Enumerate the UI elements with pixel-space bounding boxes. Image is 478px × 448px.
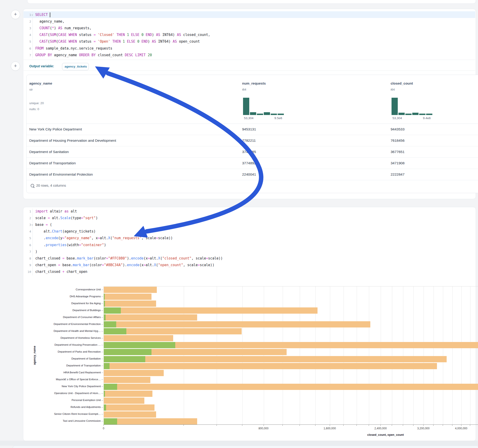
code-line: chart_open = base.mark_bar(color="#8BC34… bbox=[35, 262, 214, 268]
bar-closed_count[interactable] bbox=[104, 300, 156, 307]
x-axis-title: closed_count, open_count bbox=[367, 433, 404, 436]
bar-closed_count[interactable] bbox=[104, 418, 197, 424]
bar-open_count[interactable] bbox=[104, 418, 117, 424]
code-token: ). bbox=[123, 263, 127, 267]
code-token: = bbox=[148, 256, 150, 260]
code-token: encode bbox=[131, 256, 143, 260]
code-token: chart_closed bbox=[35, 256, 62, 260]
search-icon[interactable] bbox=[31, 184, 34, 187]
x-axis-tick bbox=[423, 425, 424, 426]
code-token: , x bbox=[92, 236, 98, 240]
bar-closed_count[interactable] bbox=[104, 398, 144, 404]
bar-closed_count[interactable] bbox=[104, 363, 437, 369]
x-axis-tick bbox=[283, 425, 283, 426]
line-number: 3 bbox=[23, 221, 31, 228]
x-axis-tick bbox=[183, 425, 184, 426]
code-token bbox=[144, 33, 146, 37]
code-token: ) bbox=[54, 26, 58, 30]
bar-closed_count[interactable] bbox=[104, 321, 370, 328]
code-token: chart_open bbox=[64, 270, 87, 274]
code-token bbox=[133, 53, 135, 57]
bar-open_count[interactable] bbox=[104, 349, 151, 355]
bar-open_count[interactable] bbox=[104, 356, 145, 362]
bar-closed_count[interactable] bbox=[104, 404, 155, 411]
code-token: THEN bbox=[112, 39, 121, 44]
x-axis-tick bbox=[242, 425, 242, 426]
bar-open_count[interactable] bbox=[104, 314, 106, 321]
bar-closed_count[interactable] bbox=[104, 370, 164, 376]
code-token: ( bbox=[50, 26, 52, 30]
output-variable-pill[interactable]: agency_tickets bbox=[62, 63, 89, 70]
y-axis-label: Department of Health and Mental Hyg… bbox=[30, 330, 101, 332]
table-row[interactable]: New York City Police Department945313194… bbox=[26, 124, 478, 135]
x-axis-tick bbox=[392, 425, 392, 426]
bar-open_count[interactable] bbox=[104, 342, 175, 348]
code-token: CASE bbox=[58, 33, 66, 37]
code-line: GROUP BY agency_name ORDER BY closed_cou… bbox=[35, 52, 152, 59]
bar-open_count[interactable] bbox=[104, 321, 116, 328]
bar-closed_count[interactable] bbox=[104, 356, 447, 362]
code-token: scale bbox=[35, 216, 48, 220]
bar-closed_count[interactable] bbox=[104, 287, 157, 293]
histogram-bar bbox=[264, 112, 270, 115]
x-axis-tick-label: 2,400,000 bbox=[374, 427, 387, 430]
output-variable-value: agency_tickets bbox=[62, 63, 88, 70]
bar-open_count[interactable] bbox=[104, 294, 105, 300]
code-token: num_requests, bbox=[62, 26, 91, 30]
code-line: COUNT(*) AS num_requests, bbox=[35, 25, 92, 31]
bar-closed_count[interactable] bbox=[104, 335, 173, 341]
y-axis-tick bbox=[101, 386, 103, 387]
table-row[interactable]: Department of Housing Preservation and D… bbox=[26, 135, 478, 146]
histogram-bar bbox=[250, 112, 256, 115]
table-header: agency_namestrunique: 20nulls: 0num_requ… bbox=[26, 75, 478, 124]
y-axis-label: Personal Exemption Unit bbox=[30, 399, 101, 401]
column-name[interactable]: agency_name bbox=[29, 81, 52, 85]
table-row[interactable]: Department of Environmental Protection22… bbox=[26, 169, 478, 180]
code-token: COUNT bbox=[39, 26, 50, 30]
bar-open_count[interactable] bbox=[104, 300, 105, 307]
add-cell-button[interactable]: + bbox=[11, 62, 20, 71]
collapse-chevron-icon[interactable]: ˅ bbox=[31, 221, 33, 228]
bar-closed_count[interactable] bbox=[104, 384, 478, 390]
histogram-bar bbox=[257, 114, 263, 115]
bar-open_count[interactable] bbox=[104, 363, 110, 369]
y-axis-tick bbox=[101, 304, 103, 304]
result-table[interactable]: agency_namestrunique: 20nulls: 0num_requ… bbox=[26, 75, 478, 193]
code-token: Chart bbox=[52, 229, 62, 233]
bar-open_count[interactable] bbox=[104, 307, 121, 314]
line-number: 2 bbox=[23, 215, 31, 221]
column-name[interactable]: closed_count bbox=[391, 81, 413, 85]
bar-closed_count[interactable] bbox=[104, 391, 152, 397]
bar-closed_count[interactable] bbox=[104, 411, 156, 417]
table-row[interactable]: Department of Sanitation37494853677651 bbox=[26, 146, 478, 158]
code-token: alt bbox=[69, 209, 77, 213]
code-token bbox=[48, 13, 50, 17]
y-axis-label: Department of Housing Preservation … bbox=[30, 343, 101, 346]
code-token: 'Open' bbox=[98, 39, 110, 44]
y-axis-label: Department for the Aging bbox=[30, 302, 101, 305]
bar-open_count[interactable] bbox=[104, 384, 117, 390]
bar-open_count[interactable] bbox=[104, 404, 106, 411]
bar-closed_count[interactable] bbox=[104, 307, 318, 314]
add-cell-button[interactable]: + bbox=[11, 10, 20, 19]
collapse-chevron-icon[interactable]: ˅ bbox=[31, 12, 33, 18]
bar-open_count[interactable] bbox=[104, 328, 126, 334]
bar-closed_count[interactable] bbox=[104, 314, 197, 321]
bar-closed_count[interactable] bbox=[104, 377, 150, 383]
table-row[interactable]: Department of Transportation377489234719… bbox=[26, 157, 478, 169]
y-axis-tick bbox=[101, 380, 103, 380]
bar-open_count[interactable] bbox=[104, 391, 105, 397]
code-line: import altair as alt bbox=[35, 208, 77, 215]
bar-closed_count[interactable] bbox=[104, 294, 151, 300]
code-token: 20 bbox=[148, 53, 152, 57]
x-axis-tick bbox=[343, 425, 344, 426]
code-token: scale)) bbox=[200, 263, 214, 267]
code-token: open_count bbox=[177, 39, 200, 44]
code-token: alt. bbox=[50, 216, 60, 220]
code-token: = bbox=[144, 263, 146, 267]
column-name[interactable]: num_requests bbox=[242, 81, 266, 85]
code-token: (agency_tickets) bbox=[62, 229, 96, 233]
code-line: CAST(SUM(CASE WHEN status = 'Closed' THE… bbox=[35, 31, 210, 38]
histogram-bar bbox=[391, 98, 398, 115]
code-token: ELSE bbox=[127, 39, 135, 44]
